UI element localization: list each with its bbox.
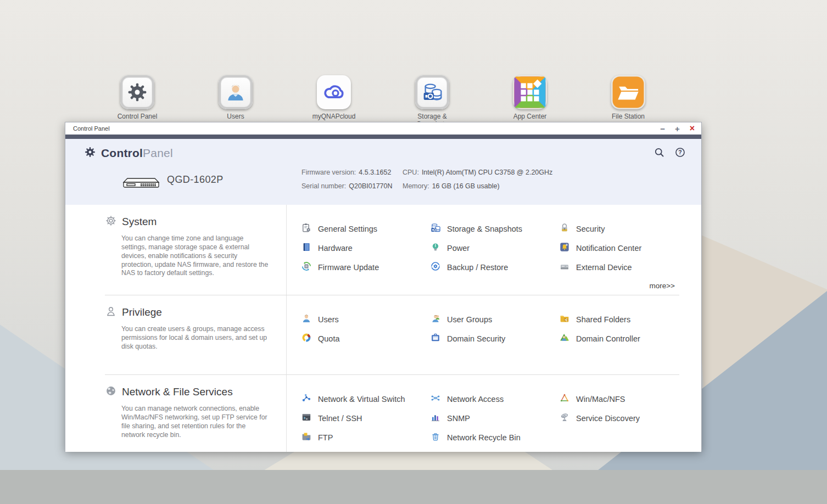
desktop-icon-label: File Station [601, 113, 656, 120]
item-telnet-ssh[interactable]: Telnet / SSH [301, 413, 430, 424]
item-label: Service Discovery [576, 414, 640, 423]
item-label: Storage & Snapshots [447, 225, 522, 233]
item-label: Network Recycle Bin [447, 433, 521, 442]
item-label: SNMP [447, 414, 470, 423]
desktop-icon-file-station[interactable]: File Station [601, 75, 656, 120]
section-intro: SystemYou can change time zone and langu… [105, 205, 287, 295]
window-title: Control Panel [73, 125, 660, 132]
section-column: Storage & SnapshotsPowerBackup / Restore [430, 223, 559, 295]
desktop-icon-myqnapcloud[interactable]: myQNAPcloud [306, 75, 361, 120]
desktop-icon-app-center[interactable]: App Center [502, 75, 557, 120]
device-info-right: CPU:Intel(R) Atom(TM) CPU C3758 @ 2.20GH… [403, 169, 552, 196]
globe-icon [105, 385, 117, 399]
item-network-recycle-bin[interactable]: Network Recycle Bin [430, 432, 559, 443]
item-label: Firmware Update [318, 263, 379, 272]
item-domain-security[interactable]: Domain Security [430, 333, 559, 344]
item-storage-snapshots[interactable]: Storage & Snapshots [430, 223, 559, 234]
network-access-icon [430, 393, 441, 406]
storage-snapshots-icon[interactable] [415, 75, 449, 109]
device-model: QGD-1602P [167, 174, 223, 186]
section-items: General SettingsHardwareFirmware UpdateS… [287, 205, 688, 295]
control-panel-gear-icon [84, 146, 96, 160]
item-label: General Settings [318, 225, 377, 233]
item-general-settings[interactable]: General Settings [301, 223, 430, 234]
storage-snapshots-sm-icon [430, 222, 441, 236]
section-description: You can manage network connections, enab… [121, 405, 270, 439]
item-users[interactable]: Users [301, 314, 430, 325]
titlebar-accent-strip [65, 135, 701, 139]
item-label: Network Access [447, 395, 504, 404]
item-user-groups[interactable]: User Groups [430, 314, 559, 325]
item-label: Shared Folders [576, 315, 630, 324]
window-titlebar[interactable]: Control Panel − + × [65, 122, 701, 135]
desktop-icon-label: Control Panel [110, 113, 165, 120]
app-title: ControlPanel [101, 147, 173, 160]
hardware-icon [301, 242, 312, 255]
nas-device-image [122, 176, 160, 192]
domain-controller-icon [559, 332, 570, 345]
item-network-virtual-switch[interactable]: Network & Virtual Switch [301, 394, 430, 405]
item-domain-controller[interactable]: Domain Controller [559, 333, 688, 344]
close-button[interactable]: × [690, 124, 695, 133]
search-icon[interactable] [653, 147, 665, 160]
section-column: Network & Virtual SwitchTelnet / SSHFTP [301, 394, 430, 452]
desktop-icon-users[interactable]: Users [208, 75, 263, 120]
app-center-icon[interactable] [513, 75, 547, 109]
control-panel-content: SystemYou can change time zone and langu… [65, 205, 701, 452]
svg-text:?: ? [678, 149, 681, 155]
qnap-cloud-icon[interactable] [317, 75, 351, 109]
users-avatar-icon[interactable] [219, 75, 253, 109]
desktop-icon-row: Control PanelUsersmyQNAPcloudStorage & S… [0, 0, 827, 132]
help-icon[interactable]: ? [674, 147, 686, 160]
item-ftp[interactable]: FTP [301, 432, 430, 443]
item-security[interactable]: Security [559, 223, 688, 234]
domain-security-icon [430, 332, 441, 345]
item-shared-folders[interactable]: Shared Folders [559, 314, 688, 325]
section-items: UsersQuotaUser GroupsDomain SecurityShar… [287, 295, 688, 374]
section-privilege: PrivilegeYou can create users & groups, … [65, 295, 701, 374]
gear-outline-icon [105, 215, 117, 229]
section-description: You can change time zone and language se… [121, 234, 270, 278]
item-network-access[interactable]: Network Access [430, 394, 559, 405]
maximize-button[interactable]: + [675, 125, 680, 133]
desktop-wallpaper-shape [0, 470, 827, 504]
memory-value: 16 GB (16 GB usable) [432, 182, 500, 190]
section-description: You can create users & groups, manage ac… [121, 325, 270, 351]
desktop-icon-control-panel[interactable]: Control Panel [110, 75, 165, 120]
network-recycle-bin-icon [430, 431, 441, 444]
item-label: Power [447, 244, 470, 253]
item-notification-center[interactable]: Notification Center [559, 243, 688, 254]
minimize-button[interactable]: − [660, 125, 665, 133]
item-win-mac-nfs[interactable]: Win/Mac/NFS [559, 394, 688, 405]
section-column: UsersQuota [301, 314, 430, 374]
power-icon [430, 242, 441, 255]
item-firmware-update[interactable]: Firmware Update [301, 262, 430, 273]
section-title: Network & File Services [122, 386, 233, 398]
item-power[interactable]: Power [430, 243, 559, 254]
control-panel-icon[interactable] [120, 75, 154, 109]
item-label: Win/Mac/NFS [576, 395, 625, 404]
item-snmp[interactable]: SNMP [430, 413, 559, 424]
win-mac-nfs-icon [559, 393, 570, 406]
control-panel-window: Control Panel − + × ControlPanel ? QGD-1… [65, 122, 702, 451]
person-outline-icon [105, 305, 117, 320]
item-quota[interactable]: Quota [301, 333, 430, 344]
item-label: Network & Virtual Switch [318, 395, 405, 404]
section-column: Network AccessSNMPNetwork Recycle Bin [430, 394, 559, 452]
desktop-icon-storage-snapshots[interactable]: Storage & Snapshots [405, 75, 460, 128]
item-backup-restore[interactable]: Backup / Restore [430, 262, 559, 273]
section-system: SystemYou can change time zone and langu… [65, 205, 701, 295]
section-intro: PrivilegeYou can create users & groups, … [105, 295, 287, 374]
section-column: User GroupsDomain Security [430, 314, 559, 374]
more-link[interactable]: more>> [649, 282, 675, 290]
section-network-file-services: Network & File ServicesYou can manage ne… [65, 375, 701, 452]
serial-label: Serial number: [301, 182, 346, 190]
device-info-left: Firmware version:4.5.3.1652 Serial numbe… [301, 169, 393, 196]
firmware-value: 4.5.3.1652 [359, 169, 391, 176]
file-station-icon[interactable] [611, 75, 645, 109]
item-service-discovery[interactable]: Service Discovery [559, 413, 688, 424]
item-label: Security [576, 225, 605, 233]
item-hardware[interactable]: Hardware [301, 243, 430, 254]
general-settings-icon [301, 222, 312, 236]
item-external-device[interactable]: External Device [559, 262, 688, 273]
